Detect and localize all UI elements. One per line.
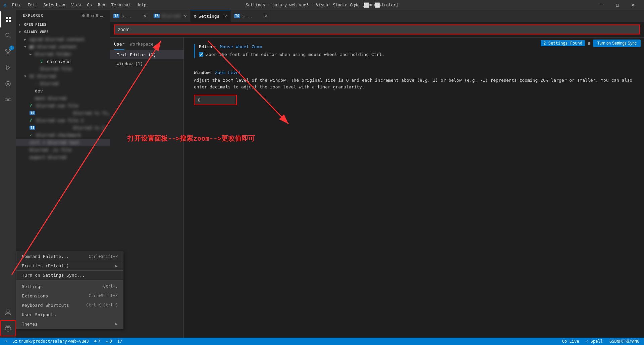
- title-bar: ✗ File Edit Selection View Go Run Termin…: [0, 0, 644, 10]
- branch-indicator[interactable]: ⎇ trunk/product/salary-web-vue3: [11, 339, 90, 344]
- refresh-icon[interactable]: ↺: [91, 13, 94, 18]
- new-folder-icon[interactable]: ⊞: [87, 13, 90, 18]
- open-editors-header[interactable]: ▶ OPEN FILES: [16, 21, 110, 28]
- tab-label: s...: [121, 13, 132, 18]
- close-button[interactable]: ✕: [625, 0, 641, 10]
- tree-item[interactable]: ▶ ograd blurred content: [16, 36, 110, 43]
- tree-item[interactable]: TS blurred ts 2: [16, 124, 110, 131]
- menu-help[interactable]: Help: [134, 0, 149, 10]
- error-number: 7: [98, 339, 100, 344]
- tree-item[interactable]: ▼ kC blurred: [16, 72, 110, 80]
- svg-line-5: [9, 37, 11, 38]
- mouse-wheel-zoom-checkbox[interactable]: [199, 52, 203, 57]
- tab-close[interactable]: ×: [144, 13, 147, 19]
- menu-item-label: User Snippets: [22, 312, 56, 317]
- setting-checkbox-row: Zoom the font of the editor when using m…: [199, 51, 634, 58]
- context-menu-user-snippets[interactable]: User Snippets: [16, 310, 123, 319]
- tree-item[interactable]: blurred file: [16, 65, 110, 72]
- menu-edit[interactable]: Edit: [25, 0, 40, 10]
- user-info[interactable]: GSDN@开源YANG: [608, 339, 641, 344]
- menu-terminal[interactable]: Terminal: [109, 0, 133, 10]
- tree-item[interactable]: V blurred vue file 2: [16, 117, 110, 124]
- tab-close[interactable]: ×: [224, 13, 227, 19]
- activity-search[interactable]: [0, 27, 16, 44]
- tree-item[interactable]: ▼ ●O blurred content: [16, 43, 110, 50]
- tree-item-highlighted[interactable]: ctrl + blurred text: [16, 139, 110, 146]
- activity-accounts[interactable]: [0, 304, 16, 320]
- context-menu-extensions[interactable]: Extensions Ctrl+Shift+X: [16, 291, 123, 300]
- setting-name-zoom-level[interactable]: Zoom Level: [215, 70, 241, 75]
- menu-item-label: Themes: [22, 322, 38, 327]
- tab-label: blurred: [162, 13, 180, 18]
- activity-explorer[interactable]: [0, 11, 16, 27]
- tab-label: Settings: [199, 14, 220, 19]
- new-file-icon[interactable]: ⊕: [82, 13, 85, 18]
- settings-nav-window[interactable]: Window (1): [110, 59, 183, 68]
- activity-settings[interactable]: [0, 320, 16, 336]
- menu-item-label: Keyboard Shortcuts: [22, 303, 69, 308]
- menu-file[interactable]: File: [9, 0, 24, 10]
- settings-nav-text-editor[interactable]: Text Editor (1): [110, 50, 183, 59]
- context-menu-themes[interactable]: Themes ▶: [16, 319, 123, 329]
- spell-check[interactable]: ✓ Spell: [584, 339, 604, 344]
- tree-item-export[interactable]: export blurred: [16, 153, 110, 161]
- error-count[interactable]: ⊗ 7: [93, 339, 102, 344]
- tree-item[interactable]: - blurred: [16, 80, 110, 87]
- settings-tab-user[interactable]: User: [114, 40, 124, 50]
- tree-item[interactable]: ✓ blurred checkmark: [16, 131, 110, 139]
- more-actions-icon[interactable]: …: [100, 13, 103, 18]
- menu-view[interactable]: View: [68, 0, 84, 10]
- tree-item[interactable]: ▶ blurred folder: [16, 50, 110, 58]
- menu-run[interactable]: Run: [95, 0, 108, 10]
- status-bar: ⚡ ⎇ trunk/product/salary-web-vue3 ⊗ 7 △ …: [0, 338, 644, 345]
- activity-run[interactable]: [0, 60, 16, 76]
- context-menu-settings-sync[interactable]: Turn on Settings Sync...: [16, 271, 123, 280]
- tab-settings[interactable]: ⚙ Settings ×: [191, 10, 231, 22]
- activity-source-control[interactable]: 1: [0, 44, 16, 60]
- tab-ts1[interactable]: TS s... ×: [110, 10, 150, 22]
- context-menu-command-palette[interactable]: Command Palette... Ctrl+Shift+P: [16, 252, 123, 261]
- tree-item[interactable]: TS blurred ts file: [16, 109, 110, 117]
- go-live[interactable]: Go Live: [561, 339, 581, 344]
- tree-item[interactable]: V blurred vue file: [16, 102, 110, 109]
- menu-selection[interactable]: Selection: [41, 0, 68, 10]
- svg-rect-2: [6, 20, 8, 22]
- info-count[interactable]: 17: [116, 339, 123, 344]
- tree-item[interactable]: ment blurred: [16, 94, 110, 102]
- project-header[interactable]: ▼ SALARY VUE3: [16, 28, 110, 36]
- setting-name-mouse-wheel[interactable]: Mouse Wheel Zoom: [220, 44, 262, 49]
- tree-item-dev[interactable]: dev: [16, 87, 110, 94]
- svg-line-9: [6, 51, 8, 53]
- tree-item[interactable]: blurred .is file: [16, 146, 110, 153]
- svg-marker-11: [7, 66, 10, 70]
- maximize-button[interactable]: □: [610, 0, 625, 10]
- menu-go[interactable]: Go: [84, 0, 94, 10]
- remote-indicator[interactable]: ⚡: [3, 339, 8, 344]
- activity-remote[interactable]: [0, 76, 16, 92]
- activity-bottom: [0, 304, 16, 338]
- branch-icon: ⎇: [12, 339, 17, 344]
- menu-item-label: Extensions: [22, 293, 48, 298]
- settings-search-input[interactable]: [114, 24, 640, 34]
- warning-count[interactable]: △ 0: [104, 339, 113, 344]
- status-bar-left: ⚡ ⎇ trunk/product/salary-web-vue3 ⊗ 7 △ …: [3, 339, 123, 344]
- settings-tab-workspace[interactable]: Workspace: [130, 40, 153, 50]
- tree-item-search-vue[interactable]: V earch.vue: [16, 58, 110, 65]
- zoom-level-input[interactable]: [195, 96, 235, 104]
- tab-close[interactable]: ×: [265, 13, 267, 19]
- zoom-input-container: [194, 95, 237, 105]
- sidebar-title: Explorer: [23, 13, 43, 18]
- context-menu-keyboard-shortcuts[interactable]: Keyboard Shortcuts Ctrl+K Ctrl+S: [16, 300, 123, 310]
- context-menu-settings[interactable]: Settings Ctrl+,: [16, 282, 123, 291]
- setting-header-mouse-wheel: Editor: Mouse Wheel Zoom: [199, 44, 634, 49]
- tab-close[interactable]: ×: [184, 13, 187, 19]
- svg-point-14: [7, 83, 9, 85]
- tab-ts2[interactable]: TS s... ×: [231, 10, 271, 22]
- arrow-right-icon: ▶: [115, 322, 118, 326]
- minimize-button[interactable]: ─: [594, 0, 610, 10]
- warning-icon: △: [106, 339, 108, 344]
- activity-extensions[interactable]: [0, 92, 16, 108]
- collapse-icon[interactable]: ⊟: [96, 13, 99, 18]
- tab-blurred[interactable]: TS blurred ×: [150, 10, 191, 22]
- context-menu-profiles[interactable]: Profiles (Default) ▶: [16, 261, 123, 271]
